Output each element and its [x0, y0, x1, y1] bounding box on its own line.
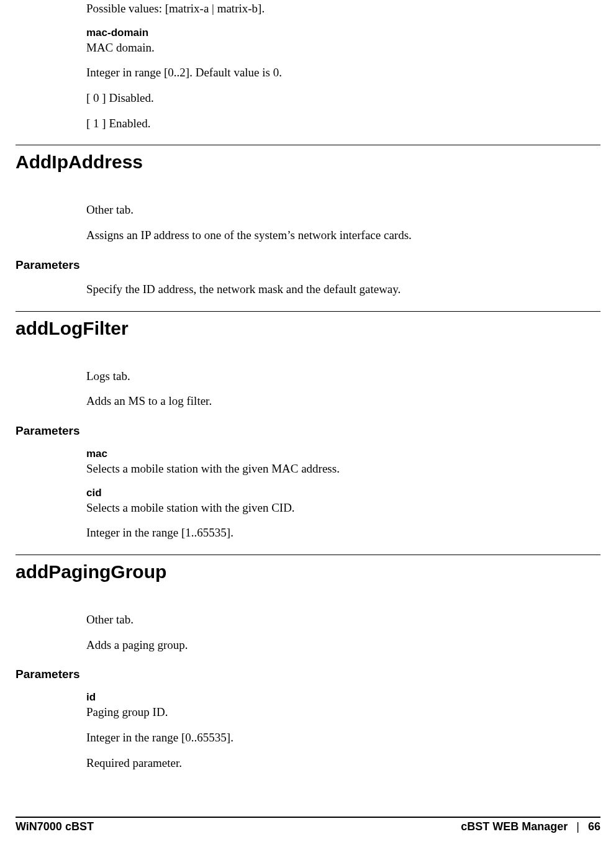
addlogfilter-tab-text: Logs tab.: [86, 369, 579, 384]
param-id-required-text: Required parameter.: [86, 756, 579, 771]
footer-left-text: WiN7000 cBST: [16, 820, 94, 833]
mac-domain-enabled-text: [ 1 ] Enabled.: [86, 116, 579, 132]
addpaginggroup-tab-text: Other tab.: [86, 612, 579, 628]
param-mac-name: mac: [86, 448, 579, 460]
addpaginggroup-description-text: Adds a paging group.: [86, 638, 579, 653]
param-cid-name: cid: [86, 487, 579, 499]
param-cid-desc: Selects a mobile station with the given …: [86, 500, 579, 516]
footer-page-number: 66: [588, 820, 600, 833]
section-title-addipaddress: AddIpAddress: [16, 152, 579, 173]
page-footer: WiN7000 cBST cBST WEB Manager | 66: [16, 817, 600, 833]
addlogfilter-description-text: Adds an MS to a log filter.: [86, 394, 579, 409]
footer-rule: [16, 817, 600, 818]
section-title-addpaginggroup: addPagingGroup: [16, 561, 579, 582]
param-mac-desc: Selects a mobile station with the given …: [86, 461, 579, 477]
section-rule-addipaddress: [16, 145, 600, 145]
possible-values-text: Possible values: [matrix-a | matrix-b].: [86, 1, 579, 17]
section-rule-addlogfilter: [16, 311, 600, 312]
mac-domain-range-text: Integer in range [0..2]. Default value i…: [86, 65, 579, 81]
param-mac-domain-desc: MAC domain.: [86, 40, 579, 56]
param-id-range-text: Integer in the range [0..65535].: [86, 730, 579, 746]
addipaddress-parameters-label: Parameters: [16, 258, 579, 272]
param-id-name: id: [86, 691, 579, 704]
param-mac-domain-name: mac-domain: [86, 27, 579, 39]
section-rule-addpaginggroup: [16, 555, 600, 555]
addipaddress-parameters-desc: Specify the ID address, the network mask…: [86, 282, 579, 297]
addipaddress-tab-text: Other tab.: [86, 202, 579, 218]
footer-separator: |: [576, 820, 579, 833]
footer-right-text: cBST WEB Manager: [461, 820, 568, 833]
addlogfilter-parameters-label: Parameters: [16, 424, 579, 438]
mac-domain-disabled-text: [ 0 ] Disabled.: [86, 91, 579, 106]
param-cid-range-text: Integer in the range [1..65535].: [86, 525, 579, 541]
addpaginggroup-parameters-label: Parameters: [16, 668, 579, 681]
section-title-addlogfilter: addLogFilter: [16, 318, 579, 339]
addipaddress-description-text: Assigns an IP address to one of the syst…: [86, 228, 579, 243]
param-id-desc: Paging group ID.: [86, 705, 579, 720]
